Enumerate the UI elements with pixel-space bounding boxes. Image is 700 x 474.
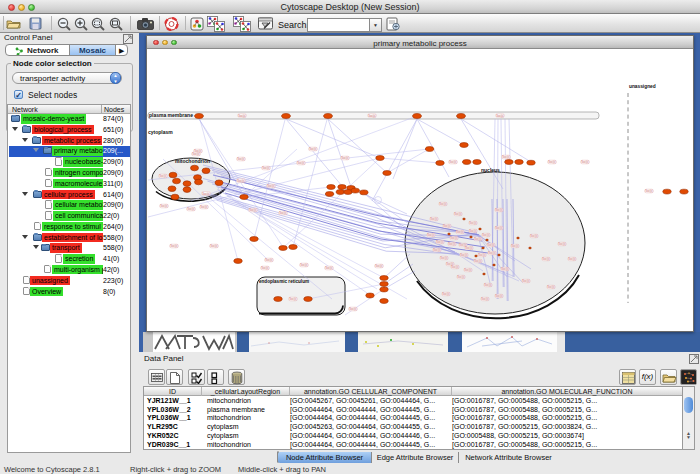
svg-text:mitochondrion: mitochondrion (175, 158, 210, 164)
svg-text:cytoplasm: cytoplasm (148, 129, 173, 135)
svg-text:Sxx(x): Sxx(x) (465, 246, 472, 250)
svg-text:Sxx(x): Sxx(x) (478, 253, 485, 257)
svg-text:Sxx(x): Sxx(x) (474, 259, 481, 263)
svg-text:Sxx(x): Sxx(x) (262, 166, 269, 170)
svg-text:Sxx(x): Sxx(x) (522, 279, 529, 283)
svg-text:Sxx(x): Sxx(x) (297, 161, 304, 165)
svg-text:Sxx(x): Sxx(x) (558, 242, 565, 246)
svg-text:Sxx(x): Sxx(x) (487, 243, 494, 247)
svg-text:Sxx(x): Sxx(x) (349, 307, 356, 311)
svg-text:Sxx(x): Sxx(x) (427, 233, 434, 237)
svg-text:Sxx(x): Sxx(x) (443, 224, 450, 228)
svg-text:Sxx(x): Sxx(x) (160, 204, 167, 208)
svg-text:unassigned: unassigned (629, 84, 656, 89)
svg-text:Sxx(x): Sxx(x) (375, 264, 382, 268)
svg-text:Sxx(x): Sxx(x) (581, 160, 588, 164)
svg-text:Sxx(x): Sxx(x) (439, 202, 446, 206)
svg-text:Sxx(x): Sxx(x) (495, 226, 502, 230)
svg-text:plasma membrane: plasma membrane (149, 112, 193, 118)
svg-text:Sxx(x): Sxx(x) (325, 266, 332, 270)
svg-text:Sxx(x): Sxx(x) (210, 244, 217, 248)
svg-text:Sxx(x): Sxx(x) (237, 157, 244, 161)
svg-text:Sxx(x): Sxx(x) (454, 212, 461, 216)
svg-text:Sxx(x): Sxx(x) (368, 114, 375, 118)
svg-text:endoplasmic reticulum: endoplasmic reticulum (259, 279, 309, 284)
svg-text:Sxx(x): Sxx(x) (568, 257, 575, 261)
svg-text:Sxx(x): Sxx(x) (450, 236, 457, 240)
svg-text:Sxx(x): Sxx(x) (249, 208, 256, 212)
svg-text:Sxx(x): Sxx(x) (502, 155, 509, 159)
svg-text:Sxx(x): Sxx(x) (511, 244, 518, 248)
svg-text:Sxx(x): Sxx(x) (237, 179, 244, 183)
svg-text:Sxx(x): Sxx(x) (488, 251, 495, 255)
svg-text:Sxx(x): Sxx(x) (474, 237, 481, 241)
svg-text:Sxx(x): Sxx(x) (451, 265, 458, 269)
svg-text:Sxx(x): Sxx(x) (457, 275, 464, 279)
svg-text:Sxx(x): Sxx(x) (187, 207, 194, 211)
svg-text:Sxx(x): Sxx(x) (200, 205, 207, 209)
svg-text:Sxx(x): Sxx(x) (547, 285, 554, 289)
svg-text:Sxx(x): Sxx(x) (261, 266, 268, 270)
svg-text:Sxx(x): Sxx(x) (448, 242, 455, 246)
svg-text:Sxx(x): Sxx(x) (440, 256, 447, 260)
svg-text:Sxx(x): Sxx(x) (309, 147, 316, 151)
svg-text:Sxx(x): Sxx(x) (645, 189, 652, 193)
svg-text:Sxx(x): Sxx(x) (456, 230, 463, 234)
svg-text:Sxx(x): Sxx(x) (159, 174, 166, 178)
svg-text:Sxx(x): Sxx(x) (495, 294, 502, 298)
svg-text:nucleus: nucleus (481, 167, 500, 173)
svg-text:Sxx(x): Sxx(x) (433, 248, 440, 252)
svg-text:Sxx(x): Sxx(x) (300, 263, 307, 267)
svg-text:Sxx(x): Sxx(x) (469, 229, 476, 233)
svg-text:Sxx(x): Sxx(x) (341, 156, 348, 160)
svg-text:Sxx(x): Sxx(x) (192, 152, 199, 156)
svg-text:Sxx(x): Sxx(x) (495, 208, 502, 212)
svg-text:Sxx(x): Sxx(x) (436, 240, 443, 244)
svg-text:Sxx(x): Sxx(x) (542, 257, 549, 261)
svg-text:Sxx(x): Sxx(x) (501, 267, 508, 271)
svg-text:Sxx(x): Sxx(x) (481, 297, 488, 301)
svg-text:Sxx(x): Sxx(x) (484, 283, 491, 287)
svg-text:Sxx(x): Sxx(x) (460, 253, 467, 257)
svg-text:Sxx(x): Sxx(x) (267, 184, 274, 188)
svg-text:Sxx(x): Sxx(x) (548, 160, 555, 164)
svg-text:Sxx(x): Sxx(x) (482, 233, 489, 237)
svg-text:Sxx(x): Sxx(x) (265, 258, 272, 262)
svg-text:Sxx(x): Sxx(x) (464, 268, 471, 272)
svg-text:Sxx(x): Sxx(x) (442, 292, 449, 296)
svg-text:Sxx(x): Sxx(x) (289, 297, 296, 301)
svg-text:Sxx(x): Sxx(x) (469, 221, 476, 225)
svg-text:Sxx(x): Sxx(x) (430, 217, 437, 221)
svg-text:Sxx(x): Sxx(x) (496, 114, 503, 118)
svg-text:Sxx(x): Sxx(x) (279, 211, 286, 215)
svg-text:Sxx(x): Sxx(x) (449, 160, 456, 164)
svg-text:Sxx(x): Sxx(x) (170, 244, 177, 248)
svg-text:Sxx(x): Sxx(x) (238, 114, 245, 118)
svg-text:Sxx(x): Sxx(x) (530, 234, 537, 238)
svg-text:Sxx(x): Sxx(x) (202, 192, 209, 196)
